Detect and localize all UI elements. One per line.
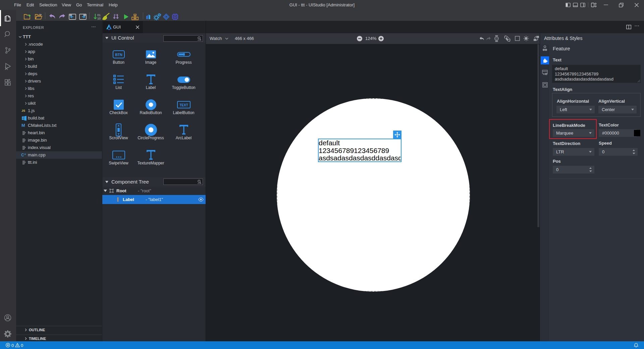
svg-text:TEXT: TEXT [179, 103, 188, 107]
svg-text:BTN: BTN [115, 53, 122, 57]
svg-text:10: 10 [97, 17, 101, 20]
svg-text:01: 01 [97, 13, 101, 17]
svg-text:01: 01 [115, 13, 118, 16]
